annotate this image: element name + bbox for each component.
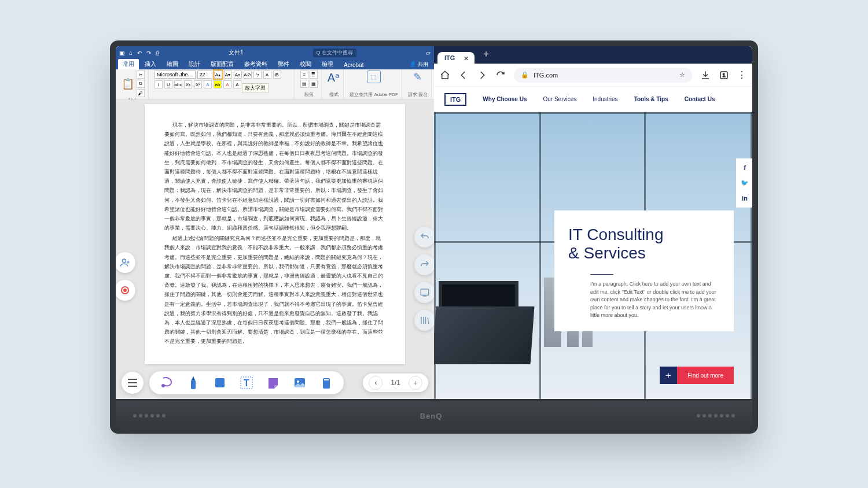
sticky-tool[interactable] — [265, 375, 281, 391]
site-logo[interactable]: ITG — [444, 93, 466, 106]
monitor-frame: ▣ ⌂ ↶ ↷ ⎙ 文件1 Q 在文件中搜尋 ▱ 常用 插入 繪圖 設計 版面配… — [110, 40, 758, 434]
word-search[interactable]: Q 在文件中搜尋 — [313, 49, 357, 57]
group-paragraph: ≡≣ ▤▦ 段落 — [297, 69, 322, 99]
page-prev-button[interactable]: ‹ — [369, 376, 382, 390]
tab-home[interactable]: 常用 — [118, 59, 139, 69]
change-case-icon[interactable]: Aa — [234, 71, 242, 79]
screen: ▣ ⌂ ↶ ↷ ⎙ 文件1 Q 在文件中搜尋 ▱ 常用 插入 繪圖 設計 版面配… — [116, 46, 752, 399]
nav-industries[interactable]: Industries — [593, 96, 617, 102]
cta-plus-button[interactable]: ＋ — [660, 367, 677, 384]
underline-button[interactable]: U — [164, 80, 172, 88]
window-min-icon[interactable]: ▱ — [426, 50, 431, 56]
highlight-icon[interactable]: ab — [214, 80, 222, 88]
bold-button[interactable]: B — [273, 71, 281, 79]
url-text: ITG.com — [534, 72, 558, 79]
apps-tool[interactable] — [318, 375, 334, 391]
decrease-font-icon[interactable]: A▾ — [224, 71, 232, 79]
numbering-icon[interactable]: ≣ — [310, 71, 318, 79]
italic-button[interactable]: I — [155, 80, 163, 88]
page-add-button[interactable]: ＋ — [409, 376, 422, 390]
bullets-icon[interactable]: ≡ — [300, 71, 308, 79]
align-center-icon[interactable]: ▦ — [310, 80, 318, 88]
font-color-icon[interactable]: A — [223, 80, 231, 88]
cta-row: ＋ Find out more — [660, 367, 734, 384]
pen-tool[interactable] — [185, 375, 201, 391]
lasso-tool[interactable] — [159, 375, 175, 391]
cta-findout-button[interactable]: Find out more — [677, 367, 734, 384]
url-field[interactable]: 🔒 ITG.com ☆ — [514, 68, 692, 83]
share-button[interactable]: 👤 共用 — [406, 60, 432, 69]
tab-mailings[interactable]: 郵件 — [273, 59, 294, 69]
close-tab-icon[interactable]: ✕ — [464, 55, 469, 62]
browser-tab[interactable]: ITG✕ — [437, 52, 475, 64]
bookshelf-button[interactable] — [414, 310, 435, 331]
align-left-icon[interactable]: ▤ — [300, 80, 308, 88]
subscript-button[interactable]: X₂ — [184, 80, 192, 88]
tab-draw[interactable]: 繪圖 — [162, 59, 183, 69]
nav-why[interactable]: Why Choose Us — [483, 96, 527, 102]
save-icon[interactable]: ▣ — [119, 50, 124, 56]
redo-icon[interactable]: ↷ — [146, 50, 151, 56]
new-tab-button[interactable]: ＋ — [481, 48, 491, 60]
border-char-icon[interactable]: A — [263, 71, 271, 79]
increase-font-icon[interactable]: A▴ — [214, 71, 222, 79]
document-canvas[interactable]: 現在，解決市場調查的問題，是非常非常重要的。所以，所謂市場調查，關鍵是市場調查需… — [116, 99, 434, 399]
redo-float-button[interactable] — [414, 254, 435, 275]
download-icon[interactable] — [700, 70, 711, 80]
speaker-bar: BenQ — [116, 401, 752, 430]
record-button[interactable] — [116, 280, 135, 301]
tab-layout[interactable]: 版面配置 — [206, 59, 238, 69]
facebook-icon[interactable]: f — [744, 164, 746, 171]
group-label: 建立並共用 Adobe PDF — [350, 91, 398, 98]
tab-insert[interactable]: 插入 — [140, 59, 161, 69]
nav-services[interactable]: Our Services — [543, 96, 576, 102]
tab-design[interactable]: 設計 — [184, 59, 205, 69]
hero-body: I'm a paragraph. Click here to add your … — [590, 280, 720, 320]
extensions-icon[interactable]: 1 — [719, 70, 729, 80]
cut-icon[interactable]: ✂ — [137, 71, 145, 79]
right-float-rail — [413, 227, 436, 331]
request-sign-icon[interactable]: ✎ — [413, 71, 422, 83]
undo-icon[interactable]: ↶ — [137, 50, 142, 56]
twitter-icon[interactable]: 🐦 — [741, 179, 749, 187]
tab-references[interactable]: 參考資料 — [240, 59, 272, 69]
phonetic-icon[interactable]: ㄅ — [253, 71, 262, 79]
tools-pill: T — [149, 371, 344, 394]
text-effects-icon[interactable]: A — [204, 80, 212, 88]
back-icon[interactable] — [458, 70, 469, 80]
format-painter-icon[interactable]: 🖌 — [137, 89, 145, 97]
home-icon[interactable]: ⌂ — [129, 50, 133, 56]
image-tool[interactable] — [292, 375, 308, 391]
tab-acrobat[interactable]: Acrobat — [339, 61, 368, 69]
home-icon[interactable] — [440, 70, 450, 80]
char-shading-icon[interactable]: A — [233, 80, 241, 88]
reload-icon[interactable] — [495, 70, 506, 80]
adobe-pdf-icon[interactable]: ⬚ — [367, 71, 381, 83]
print-icon[interactable]: ⎙ — [156, 50, 159, 56]
ports-right — [697, 414, 735, 417]
bookmark-icon[interactable]: ☆ — [679, 71, 685, 79]
paste-icon[interactable]: 📋 — [122, 77, 134, 90]
ribbon-tabs: 常用 插入 繪圖 設計 版面配置 參考資料 郵件 校閱 檢視 Acrobat 👤… — [116, 59, 434, 69]
font-name-select[interactable]: Microsoft Jhe… — [155, 71, 196, 79]
tab-view[interactable]: 檢視 — [317, 59, 338, 69]
whiteboard-button[interactable] — [414, 282, 435, 303]
superscript-button[interactable]: X² — [194, 80, 202, 88]
menu-dots-icon[interactable]: ⋮ — [737, 69, 746, 80]
text-tool[interactable]: T — [238, 375, 255, 391]
undo-float-button[interactable] — [414, 227, 435, 247]
nav-tools[interactable]: Tools & Tips — [634, 96, 668, 102]
styles-icon[interactable]: Aᵃ — [328, 71, 340, 84]
tab-review[interactable]: 校閱 — [295, 59, 316, 69]
forward-icon[interactable] — [477, 70, 487, 80]
shape-tool[interactable] — [212, 375, 228, 391]
clear-format-icon[interactable]: A⊘ — [244, 71, 252, 79]
site-nav: ITG Why Choose Us Our Services Industrie… — [434, 87, 752, 112]
menu-button[interactable] — [122, 372, 144, 394]
nav-contact[interactable]: Contact Us — [685, 96, 715, 102]
font-size-select[interactable]: 22 — [197, 71, 212, 79]
strike-button[interactable]: abc — [174, 80, 182, 88]
copy-icon[interactable]: ⧉ — [137, 80, 145, 88]
add-user-button[interactable] — [116, 252, 135, 273]
linkedin-icon[interactable]: in — [742, 195, 748, 202]
